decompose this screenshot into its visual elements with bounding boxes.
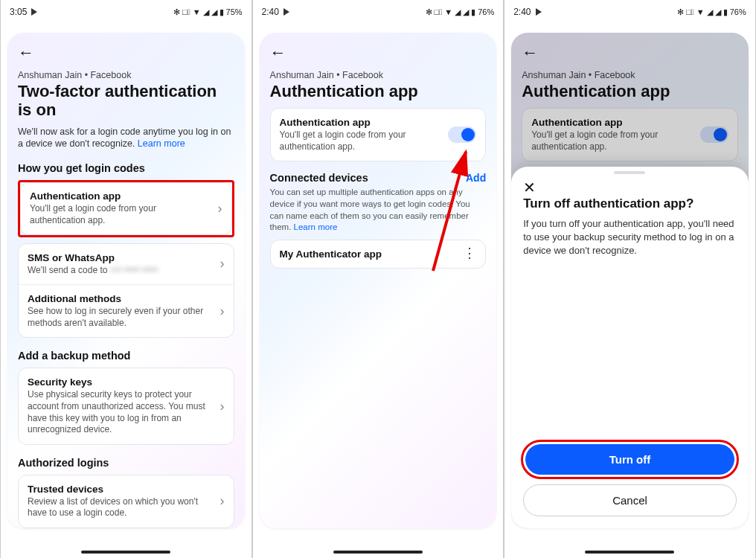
signal-icon: ◢ (455, 7, 461, 17)
row-sms-whatsapp[interactable]: SMS or WhatsApp We'll send a code to +••… (19, 244, 234, 285)
status-time: 2:40 (262, 7, 279, 17)
chevron-right-icon: › (220, 304, 225, 319)
chevron-right-icon: › (220, 399, 225, 414)
highlight-annotation: Authentication app You'll get a login co… (18, 180, 234, 237)
chevron-right-icon: › (218, 201, 222, 217)
status-bar: 2:40 ✻ □⃞ ▼ ◢ ◢ ▮ 76% (253, 0, 504, 24)
battery-icon: ▮ (220, 7, 224, 17)
add-device-link[interactable]: Add (466, 172, 486, 184)
battery-icon: ▮ (723, 7, 728, 17)
row-title: SMS or WhatsApp (28, 252, 158, 263)
row-title: Authentication app (280, 117, 443, 128)
play-store-icon (536, 8, 542, 16)
row-subtitle: You'll get a login code from your authen… (30, 203, 212, 226)
bluetooth-icon: ✻ (677, 7, 684, 17)
highlight-annotation: Turn off (523, 442, 737, 477)
vibrate-icon: □⃞ (182, 7, 190, 16)
back-button[interactable]: ← (18, 43, 34, 62)
sheet-grabber[interactable] (614, 171, 645, 174)
more-options-icon[interactable]: ⋮ (463, 251, 476, 255)
row-device[interactable]: My Authenticator app ⋮ (271, 240, 486, 268)
back-button[interactable]: ← (270, 43, 286, 62)
status-time: 3:05 (10, 7, 27, 17)
wifi-icon: ▼ (193, 7, 201, 16)
learn-more-link[interactable]: Learn more (294, 222, 338, 231)
battery-text: 76% (730, 7, 746, 16)
signal-icon-2: ◢ (715, 7, 721, 17)
signal-icon-2: ◢ (463, 7, 469, 17)
signal-icon-2: ◢ (211, 7, 217, 17)
status-icons: ✻ □⃞ ▼ ◢ ◢ ▮ 76% (677, 7, 746, 17)
wifi-icon: ▼ (696, 7, 705, 16)
row-security-keys[interactable]: Security keys Use physical security keys… (19, 368, 234, 443)
battery-text: 75% (226, 7, 243, 16)
phone-screen-1: 3:05 ✻ □⃞ ▼ ◢ ◢ ▮ 75% ← Anshuman Jain • … (0, 0, 252, 558)
phone-screen-2: 2:40 ✻ □⃞ ▼ ◢ ◢ ▮ 76% ← Anshuman Jain • … (252, 0, 504, 558)
page-description: We'll now ask for a login code anytime y… (18, 126, 234, 151)
page-title: Two-factor authentication is on (18, 82, 234, 120)
page-title: Authentication app (270, 82, 487, 100)
row-auth-app-toggle: Authentication app You'll get a login co… (271, 109, 486, 161)
sheet-title: Turn off authentication app? (523, 196, 737, 211)
cancel-button[interactable]: Cancel (523, 484, 737, 516)
wifi-icon: ▼ (444, 7, 452, 16)
chevron-right-icon: › (220, 493, 225, 509)
row-subtitle: See how to log in securely even if your … (28, 306, 214, 329)
nav-pill[interactable] (585, 551, 674, 554)
battery-icon: ▮ (471, 7, 475, 17)
auth-app-toggle[interactable] (448, 126, 476, 143)
nav-pill[interactable] (333, 551, 423, 554)
section-backup: Add a backup method (18, 350, 234, 362)
bluetooth-icon: ✻ (173, 7, 180, 17)
content-area: ← Anshuman Jain • Facebook Authenticatio… (260, 33, 497, 528)
breadcrumb: Anshuman Jain • Facebook (270, 70, 487, 80)
signal-icon: ◢ (707, 7, 713, 17)
play-store-icon (284, 8, 289, 16)
bluetooth-icon: ✻ (426, 7, 432, 17)
nav-pill[interactable] (81, 551, 170, 554)
content-area: ← Anshuman Jain • Facebook Authenticatio… (511, 33, 749, 528)
close-icon[interactable]: ✕ (523, 179, 536, 196)
phone-screen-3: 2:40 ✻ □⃞ ▼ ◢ ◢ ▮ 76% ← Anshuman Jain • … (504, 0, 756, 558)
device-name: My Authenticator app (280, 248, 382, 260)
chevron-right-icon: › (220, 256, 225, 272)
bottom-sheet: ✕ Turn off authentication app? If you tu… (511, 167, 749, 528)
signal-icon: ◢ (203, 7, 209, 17)
row-trusted-devices[interactable]: Trusted devices Review a list of devices… (19, 475, 234, 527)
status-bar: 3:05 ✻ □⃞ ▼ ◢ ◢ ▮ 75% (1, 0, 252, 24)
vibrate-icon: □⃞ (435, 7, 443, 16)
row-subtitle: Use physical security keys to protect yo… (28, 389, 214, 435)
section-login-codes: How you get login codes (18, 162, 234, 174)
row-title: Security keys (28, 376, 214, 388)
redacted-phone: +•• ••••• ••••• (110, 265, 158, 275)
row-subtitle: Review a list of devices on which you wo… (28, 496, 214, 519)
learn-more-link[interactable]: Learn more (138, 138, 185, 149)
sheet-body: If you turn off your authentication app,… (523, 217, 737, 258)
section-connected: Connected devices (270, 172, 368, 184)
row-subtitle: You'll get a login code from your authen… (280, 129, 443, 153)
play-store-icon (31, 8, 37, 16)
row-authentication-app[interactable]: Authentication app You'll get a login co… (21, 183, 231, 234)
section-authorized: Authorized logins (18, 457, 234, 469)
row-title: Trusted devices (28, 484, 214, 495)
connected-description: You can set up multiple authentication a… (270, 187, 487, 233)
row-title: Authentication app (30, 190, 212, 202)
vibrate-icon: □⃞ (686, 7, 694, 16)
status-icons: ✻ □⃞ ▼ ◢ ◢ ▮ 76% (426, 7, 495, 17)
breadcrumb: Anshuman Jain • Facebook (18, 70, 234, 80)
status-icons: ✻ □⃞ ▼ ◢ ◢ ▮ 75% (173, 7, 243, 17)
row-title: Additional methods (28, 293, 214, 304)
row-additional-methods[interactable]: Additional methods See how to log in sec… (19, 284, 234, 337)
status-bar: 2:40 ✻ □⃞ ▼ ◢ ◢ ▮ 76% (504, 0, 755, 24)
content-area: ← Anshuman Jain • Facebook Two-factor au… (7, 33, 245, 528)
status-time: 2:40 (513, 7, 531, 17)
battery-text: 76% (478, 7, 494, 16)
row-subtitle: We'll send a code to +•• ••••• ••••• (28, 265, 158, 277)
turn-off-button[interactable]: Turn off (525, 444, 734, 475)
